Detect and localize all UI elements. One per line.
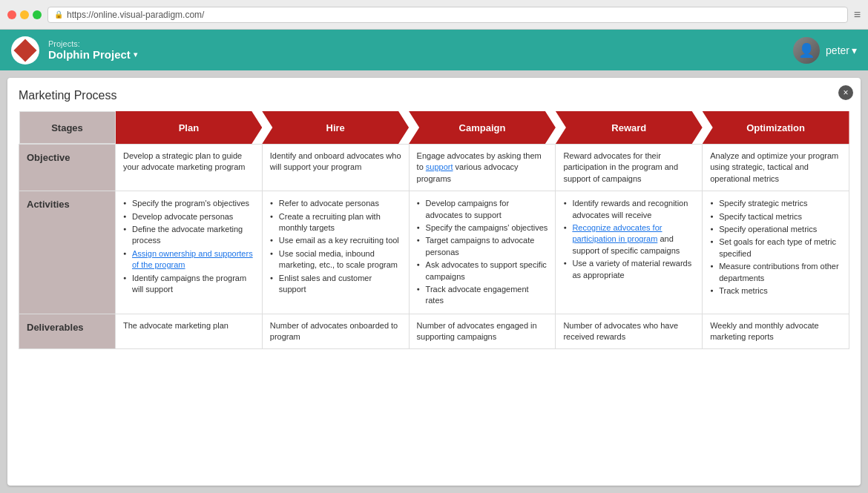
project-name[interactable]: Dolphin Project ▾ <box>48 48 137 61</box>
list-item: Specify the campaigns' objectives <box>417 222 548 234</box>
list-item: Identify rewards and recognition advocat… <box>563 197 694 222</box>
address-bar[interactable]: 🔒 https://online.visual-paradigm.com/ <box>47 7 848 23</box>
list-item: Use email as a key recruiting tool <box>270 234 401 247</box>
list-item: Define the advocate marketing process <box>123 223 254 248</box>
objective-plan: Develop a strategic plan to guide your a… <box>116 145 263 191</box>
browser-chrome: 🔒 https://online.visual-paradigm.com/ ≡ <box>0 0 868 30</box>
list-item: Use a variety of material rewards as app… <box>563 257 694 282</box>
stage-hire: Hire <box>262 111 409 144</box>
support-link[interactable]: support <box>426 162 453 171</box>
list-item: Specify the program's objectives <box>123 197 254 210</box>
list-item: Specify strategic metrics <box>710 197 841 210</box>
list-item: Develop advocate personas <box>123 211 254 223</box>
list-item: Track metrics <box>710 285 841 297</box>
activities-plan-list: Specify the program's objectives Develop… <box>123 197 254 296</box>
list-item: Ask advocates to support specific campai… <box>417 259 548 283</box>
logo-diamond <box>13 39 36 62</box>
list-item: Set goals for each type of metric specif… <box>710 236 841 260</box>
project-dropdown-arrow: ▾ <box>134 50 137 59</box>
stage-reward: Reward <box>556 111 703 144</box>
deliverables-plan: The advocate marketing plan <box>116 314 263 349</box>
stages-header-row: Stages Plan Hire Campaign Reward Optimiz… <box>19 111 849 145</box>
list-item: Use social media, inbound marketing, etc… <box>270 248 401 272</box>
list-item: Create a recruiting plan with monthly ta… <box>270 211 401 235</box>
list-item: Enlist sales and customer support <box>270 272 401 297</box>
user-section: 👤 peter ▾ <box>793 37 857 64</box>
activities-label: Activities <box>19 191 116 314</box>
url-text: https://online.visual-paradigm.com/ <box>67 10 204 20</box>
page-title: Marketing Process <box>19 89 849 102</box>
activities-optimization: Specify strategic metrics Specify tactic… <box>703 191 849 314</box>
activities-hire-list: Refer to advocate personas Create a recr… <box>270 197 401 296</box>
list-item: Measure contributions from other departm… <box>710 260 841 285</box>
activities-plan: Specify the program's objectives Develop… <box>116 191 263 314</box>
lock-icon: 🔒 <box>54 10 63 19</box>
objective-reward: Reward advocates for their participation… <box>556 145 703 191</box>
deliverables-hire: Number of advocates onboarded to program <box>262 314 409 349</box>
list-item: Recognize advocates for participation in… <box>563 222 694 257</box>
activities-campaign-list: Develop campaigns for advocates to suppo… <box>417 197 548 308</box>
list-item: Specify operational metrics <box>710 223 841 236</box>
objective-campaign: Engage advocates by asking them to suppo… <box>409 145 556 191</box>
activities-hire: Refer to advocate personas Create a recr… <box>262 191 409 314</box>
objective-label: Objective <box>19 145 116 191</box>
deliverables-optimization: Weekly and monthly advocate marketing re… <box>703 314 849 349</box>
list-item: Identify campaigns the program will supp… <box>123 272 254 297</box>
stage-optimization-cell: Optimization <box>703 111 849 145</box>
project-info: Projects: Dolphin Project ▾ <box>48 39 137 61</box>
header-spacer-cell: Stages <box>19 111 116 145</box>
activities-campaign: Develop campaigns for advocates to suppo… <box>409 191 556 314</box>
deliverables-reward: Number of advocates who have received re… <box>556 314 703 349</box>
objective-optimization: Analyze and optimize your program using … <box>703 145 849 191</box>
list-item: Assign ownership and supporters of the p… <box>123 248 254 272</box>
stage-optimization: Optimization <box>703 111 849 144</box>
stage-plan-cell: Plan <box>116 111 263 145</box>
stage-hire-cell: Hire <box>262 111 409 145</box>
stage-reward-cell: Reward <box>556 111 703 145</box>
list-item: Track advocate engagement rates <box>417 283 548 308</box>
activities-reward: Identify rewards and recognition advocat… <box>556 191 703 314</box>
objective-hire: Identify and onboard advocates who will … <box>262 145 409 191</box>
objective-row: Objective Develop a strategic plan to gu… <box>19 145 849 191</box>
browser-dots <box>7 10 42 19</box>
process-table: Stages Plan Hire Campaign Reward Optimiz… <box>19 111 849 349</box>
assign-link[interactable]: Assign ownership and supporters of the p… <box>132 249 253 269</box>
activities-row: Activities Specify the program's objecti… <box>19 191 849 314</box>
deliverables-label: Deliverables <box>19 314 116 349</box>
close-button[interactable]: × <box>838 85 853 100</box>
app-logo <box>11 36 39 64</box>
stage-campaign-cell: Campaign <box>409 111 556 145</box>
stages-label: Stages <box>19 111 116 144</box>
app-header: Projects: Dolphin Project ▾ 👤 peter ▾ <box>0 30 868 70</box>
menu-icon[interactable]: ≡ <box>854 8 861 21</box>
stage-plan: Plan <box>116 111 263 144</box>
recognize-link[interactable]: Recognize advocates for participation in… <box>572 223 662 243</box>
list-item: Refer to advocate personas <box>270 197 401 210</box>
dot-red[interactable] <box>7 10 16 19</box>
user-name[interactable]: peter ▾ <box>826 44 857 56</box>
activities-optimization-list: Specify strategic metrics Specify tactic… <box>710 197 841 297</box>
list-item: Develop campaigns for advocates to suppo… <box>417 197 548 222</box>
stage-campaign: Campaign <box>409 111 556 144</box>
projects-label: Projects: <box>48 39 137 48</box>
dot-yellow[interactable] <box>20 10 29 19</box>
user-dropdown-arrow: ▾ <box>852 44 857 56</box>
deliverables-row: Deliverables The advocate marketing plan… <box>19 314 849 349</box>
activities-reward-list: Identify rewards and recognition advocat… <box>563 197 694 282</box>
main-content: × Marketing Process Stages Plan Hire Cam… <box>7 78 861 486</box>
user-avatar: 👤 <box>793 37 820 64</box>
dot-green[interactable] <box>33 10 42 19</box>
list-item: Specify tactical metrics <box>710 211 841 223</box>
deliverables-campaign: Number of advocates engaged in supportin… <box>409 314 556 349</box>
list-item: Target campaigns to advocate personas <box>417 234 548 259</box>
